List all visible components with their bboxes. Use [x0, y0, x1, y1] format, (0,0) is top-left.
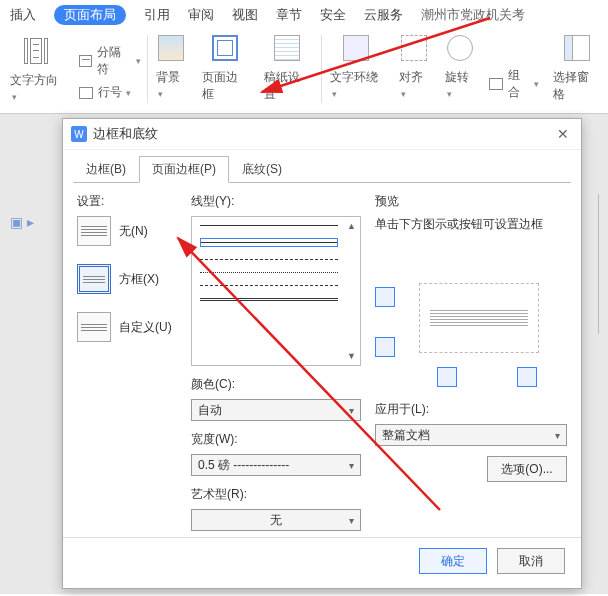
preview-hint: 单击下方图示或按钮可设置边框 [375, 216, 567, 233]
scroll-down-icon[interactable]: ▼ [347, 351, 356, 361]
dialog-titlebar: W 边框和底纹 ✕ [63, 119, 581, 150]
tab-security[interactable]: 安全 [320, 6, 346, 25]
tab-page-layout[interactable]: 页面布局 [54, 5, 126, 25]
preview-canvas[interactable] [419, 283, 539, 353]
tab-cloud[interactable]: 云服务 [364, 6, 403, 25]
text-direction-button[interactable]: 文字方向 [2, 38, 71, 103]
tab-page-border[interactable]: 页面边框(P) [139, 156, 229, 183]
line-numbers-menu[interactable]: 行号 [79, 84, 141, 101]
setting-none[interactable]: 无(N) [77, 216, 177, 246]
edge-top-button[interactable] [375, 287, 395, 307]
breaks-menu[interactable]: 分隔符 [79, 44, 141, 78]
linetype-list[interactable]: ▲ ▼ [191, 216, 361, 366]
text-wrap-button[interactable]: 文字环绕 [322, 35, 391, 103]
preview-label: 预览 [375, 193, 567, 210]
align-button[interactable]: 对齐 [391, 35, 437, 103]
ribbon-tabs: 插入 页面布局 引用 审阅 视图 章节 安全 云服务 潮州市党政机关考 [0, 0, 608, 29]
tab-view[interactable]: 视图 [232, 6, 258, 25]
background-button[interactable]: 背景 [148, 35, 194, 103]
linetype-label: 线型(Y): [191, 193, 361, 210]
tab-references[interactable]: 引用 [144, 6, 170, 25]
tab-insert[interactable]: 插入 [10, 6, 36, 25]
edge-left-button[interactable] [437, 367, 457, 387]
art-label: 艺术型(R): [191, 486, 361, 503]
art-combo[interactable]: 无 [191, 509, 361, 531]
page-border-button[interactable]: 页面边框 [194, 35, 257, 103]
color-label: 颜色(C): [191, 376, 361, 393]
width-combo[interactable]: 0.5 磅 -------------- [191, 454, 361, 476]
ribbon-toolbar: 文字方向 分隔符 行号 背景 页面边框 稿纸设置 文字环绕 对齐 旋转 组合 选… [0, 29, 608, 114]
color-combo[interactable]: 自动 [191, 399, 361, 421]
scroll-up-icon[interactable]: ▲ [347, 221, 356, 231]
tab-shading[interactable]: 底纹(S) [229, 156, 295, 183]
edge-bottom-button[interactable] [375, 337, 395, 357]
apply-combo[interactable]: 整篇文档 [375, 424, 567, 446]
width-label: 宽度(W): [191, 431, 361, 448]
setting-custom[interactable]: 自定义(U) [77, 312, 177, 342]
tab-border[interactable]: 边框(B) [73, 156, 139, 183]
apply-label: 应用于(L): [375, 401, 567, 418]
borders-shading-dialog: W 边框和底纹 ✕ 边框(B) 页面边框(P) 底纹(S) 设置: 无(N) 方… [62, 118, 582, 589]
nav-marker-icon: ▣ ▸ [10, 214, 34, 230]
group-menu[interactable]: 组合 [489, 67, 539, 101]
edge-right-button[interactable] [517, 367, 537, 387]
selection-pane-button[interactable]: 选择窗格 [545, 35, 608, 103]
setting-box[interactable]: 方框(X) [77, 264, 177, 294]
paper-setup-button[interactable]: 稿纸设置 [256, 35, 322, 103]
ok-button[interactable]: 确定 [419, 548, 487, 574]
page-edge [598, 194, 608, 334]
settings-label: 设置: [77, 193, 177, 210]
rotate-button[interactable]: 旋转 [437, 35, 483, 103]
close-icon[interactable]: ✕ [553, 126, 573, 142]
options-button[interactable]: 选项(O)... [487, 456, 567, 482]
doc-title-fragment: 潮州市党政机关考 [421, 6, 525, 25]
cancel-button[interactable]: 取消 [497, 548, 565, 574]
app-icon: W [71, 126, 87, 142]
tab-section[interactable]: 章节 [276, 6, 302, 25]
dialog-title-text: 边框和底纹 [93, 125, 158, 143]
tab-review[interactable]: 审阅 [188, 6, 214, 25]
